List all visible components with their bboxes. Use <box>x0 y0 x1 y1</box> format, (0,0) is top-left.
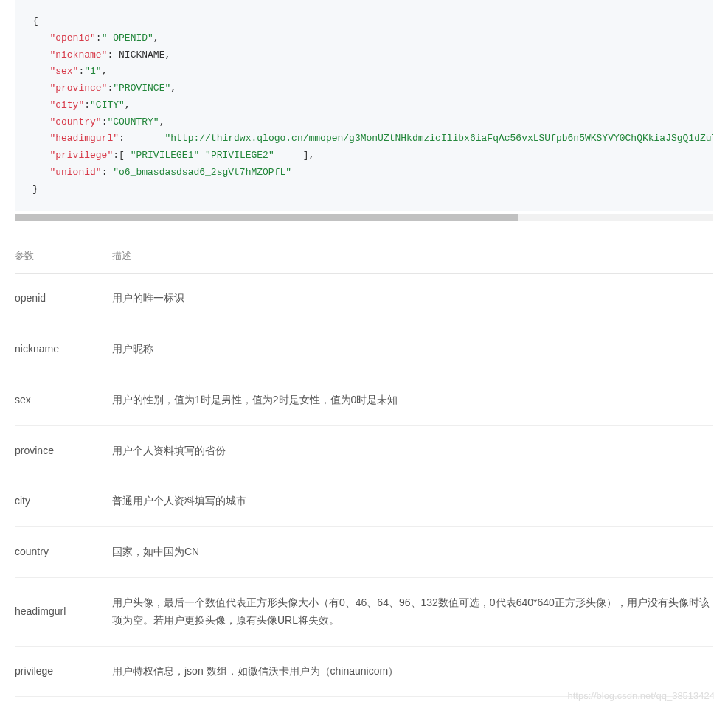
code-key-privilege: "privilege" <box>49 150 113 161</box>
param-name: country <box>15 527 112 578</box>
param-desc: 用户的性别，值为1时是男性，值为2时是女性，值为0时是未知 <box>112 375 713 425</box>
code-val-city: "CITY" <box>90 100 125 111</box>
param-desc: 国家，如中国为CN <box>112 527 713 578</box>
param-name: city <box>15 476 112 527</box>
table-row: privilege 用户特权信息，json 数组，如微信沃卡用户为（chinau… <box>15 646 713 697</box>
table-row: city 普通用户个人资料填写的城市 <box>15 476 713 527</box>
table-row: nickname 用户昵称 <box>15 324 713 375</box>
scrollbar-thumb[interactable] <box>15 214 518 221</box>
param-name: unionid <box>15 697 112 710</box>
param-name: nickname <box>15 324 112 375</box>
table-header-param: 参数 <box>15 239 112 274</box>
code-key-city: "city" <box>49 100 84 111</box>
code-val-sex: "1" <box>84 66 101 77</box>
code-key-province: "province" <box>49 83 107 94</box>
parameters-table: 参数 描述 openid 用户的唯一标识 nickname 用户昵称 sex 用… <box>15 239 713 710</box>
table-row: province 用户个人资料填写的省份 <box>15 425 713 476</box>
param-name: sex <box>15 375 112 425</box>
param-desc: 用户昵称 <box>112 324 713 375</box>
table-row: sex 用户的性别，值为1时是男性，值为2时是女性，值为0时是未知 <box>15 375 713 425</box>
param-desc: 用户特权信息，json 数组，如微信沃卡用户为（chinaunicom） <box>112 646 713 697</box>
code-horizontal-scrollbar[interactable] <box>15 214 713 221</box>
param-desc: 只有在用户将公众号绑定到微信开放平台帐号后，才会出现该字段。 <box>112 697 713 710</box>
code-key-nickname: "nickname" <box>49 49 107 60</box>
code-key-country: "country" <box>49 116 101 128</box>
param-desc: 用户头像，最后一个数值代表正方形头像大小（有0、46、64、96、132数值可选… <box>112 578 713 647</box>
code-val-province: "PROVINCE" <box>113 83 170 94</box>
code-key-sex: "sex" <box>49 66 78 77</box>
param-name: province <box>15 425 112 476</box>
table-row: unionid 只有在用户将公众号绑定到微信开放平台帐号后，才会出现该字段。 <box>15 697 713 710</box>
param-desc: 用户个人资料填写的省份 <box>112 425 713 476</box>
code-val-country: "COUNTRY" <box>107 116 159 128</box>
code-val-nickname: NICKNAME <box>113 49 164 60</box>
code-val-openid: " OPENID" <box>102 32 153 43</box>
code-val-unionid: "o6_bmasdasdsad6_2sgVt7hMZOPfL" <box>113 167 291 178</box>
code-key-unionid: "unionid" <box>49 167 101 178</box>
param-desc: 用户的唯一标识 <box>112 274 713 324</box>
table-row: country 国家，如中国为CN <box>15 527 713 578</box>
code-key-headimgurl: "headimgurl" <box>49 133 119 144</box>
param-name: openid <box>15 274 112 324</box>
param-name: privilege <box>15 646 112 697</box>
code-key-openid: "openid" <box>49 32 95 43</box>
code-val-priv1: "PRIVILEGE1" <box>131 150 200 161</box>
table-row: headimgurl 用户头像，最后一个数值代表正方形头像大小（有0、46、64… <box>15 578 713 647</box>
table-row: openid 用户的唯一标识 <box>15 274 713 324</box>
code-val-priv2: "PRIVILEGE2" <box>205 150 274 161</box>
code-block: { "openid":" OPENID", "nickname": NICKNA… <box>15 0 713 211</box>
param-desc: 普通用户个人资料填写的城市 <box>112 476 713 527</box>
code-val-headimgurl: "http://thirdwx.qlogo.cn/mmopen/g3MonUZt… <box>164 133 713 144</box>
param-name: headimgurl <box>15 578 112 647</box>
table-header-desc: 描述 <box>112 239 713 274</box>
